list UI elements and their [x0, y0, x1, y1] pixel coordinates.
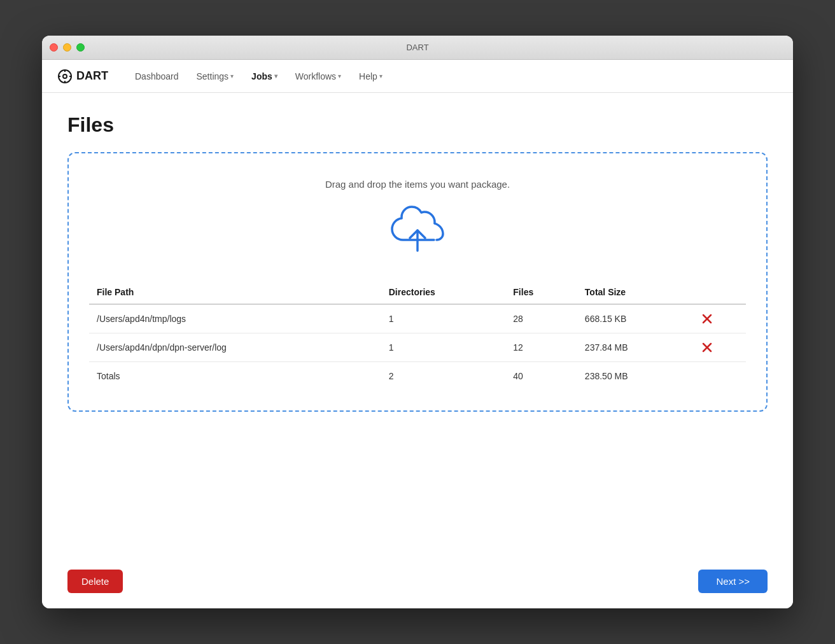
- table-row: /Users/apd4n/tmp/logs128668.15 KB: [89, 304, 746, 333]
- window-title: DART: [406, 43, 428, 52]
- cell-path: Totals: [89, 362, 381, 391]
- cell-action: [694, 362, 746, 391]
- cell-directories: 1: [381, 304, 506, 333]
- cell-path: /Users/apd4n/tmp/logs: [89, 304, 381, 333]
- settings-caret: ▾: [230, 73, 234, 80]
- svg-point-1: [63, 74, 67, 78]
- help-caret: ▾: [379, 73, 382, 80]
- remove-row-button[interactable]: [702, 342, 712, 353]
- app-window: DART DART Dashboard Settings ▾ Jobs ▾: [42, 36, 793, 608]
- cell-directories: 2: [381, 362, 506, 391]
- nav-workflows[interactable]: Workflows ▾: [294, 69, 342, 84]
- cell-files: 12: [505, 333, 577, 362]
- maximize-button[interactable]: [76, 43, 85, 52]
- table-row: Totals240238.50 MB: [89, 362, 746, 391]
- nav-jobs[interactable]: Jobs ▾: [250, 69, 279, 84]
- minimize-button[interactable]: [63, 43, 71, 52]
- cell-path: /Users/apd4n/dpn/dpn-server/log: [89, 333, 381, 362]
- title-bar: DART: [42, 36, 793, 60]
- cell-total-size: 237.84 MB: [577, 333, 695, 362]
- cell-total-size: 668.15 KB: [577, 304, 695, 333]
- files-table: File Path Directories Files Total Size /…: [89, 281, 746, 390]
- cloud-upload-icon: [389, 205, 446, 255]
- traffic-lights: [50, 43, 85, 52]
- delete-button[interactable]: Delete: [67, 570, 123, 593]
- col-header-dirs: Directories: [381, 281, 506, 304]
- navbar: DART Dashboard Settings ▾ Jobs ▾ Workflo…: [42, 60, 793, 93]
- col-header-files: Files: [505, 281, 577, 304]
- remove-row-button[interactable]: [702, 314, 712, 324]
- nav-help[interactable]: Help ▾: [358, 69, 384, 84]
- drop-zone[interactable]: Drag and drop the items you want package…: [67, 152, 768, 412]
- jobs-caret: ▾: [274, 73, 277, 80]
- main-content: Files Drag and drop the items you want p…: [42, 93, 793, 554]
- page-title: Files: [67, 113, 768, 137]
- col-header-size: Total Size: [577, 281, 695, 304]
- cell-files: 40: [505, 362, 577, 391]
- workflows-caret: ▾: [338, 73, 341, 80]
- nav-dashboard[interactable]: Dashboard: [134, 69, 180, 84]
- cell-files: 28: [505, 304, 577, 333]
- col-header-actions: [694, 281, 746, 304]
- cell-directories: 1: [381, 333, 506, 362]
- cell-action: [694, 304, 746, 333]
- brand-name: DART: [76, 69, 108, 83]
- close-button[interactable]: [50, 43, 58, 52]
- footer-actions: Delete Next >>: [42, 554, 793, 608]
- dart-icon: [57, 69, 73, 84]
- nav-settings[interactable]: Settings ▾: [195, 69, 235, 84]
- cell-action: [694, 333, 746, 362]
- brand-logo[interactable]: DART: [57, 69, 108, 84]
- table-row: /Users/apd4n/dpn/dpn-server/log112237.84…: [89, 333, 746, 362]
- cell-total-size: 238.50 MB: [577, 362, 695, 391]
- drop-instruction: Drag and drop the items you want package…: [325, 179, 510, 190]
- col-header-path: File Path: [89, 281, 381, 304]
- next-button[interactable]: Next >>: [698, 570, 768, 593]
